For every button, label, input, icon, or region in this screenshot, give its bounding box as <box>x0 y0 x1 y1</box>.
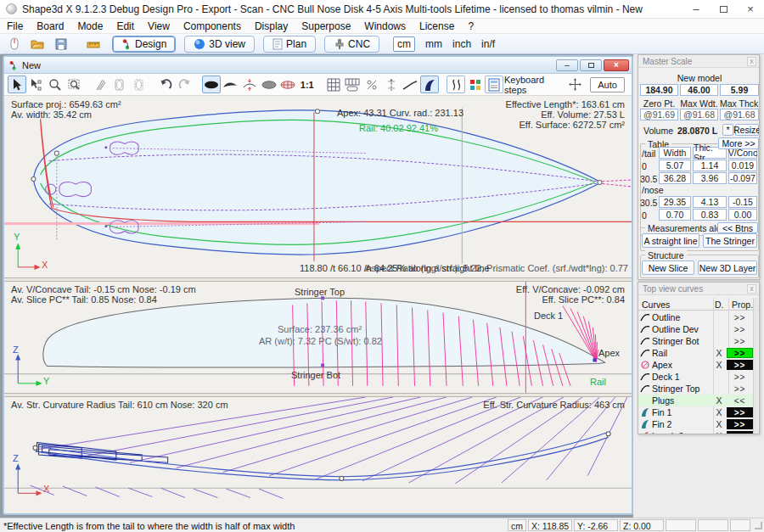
curvature-display-icon[interactable] <box>447 76 465 93</box>
curve-row-stringer-bot[interactable]: Stringer Bot>> <box>638 335 755 347</box>
prop-button[interactable]: << <box>727 395 753 406</box>
prop-button[interactable]: >> <box>727 312 753 322</box>
3d-view-mode-button[interactable]: 3D view <box>184 36 255 53</box>
new-slice-button[interactable]: New Slice <box>642 260 694 275</box>
menu-mode[interactable]: Mode <box>70 19 110 34</box>
doc-minimize-button[interactable]: – <box>556 59 578 71</box>
row3-vconc[interactable]: 0.00 <box>728 209 757 221</box>
zoom-icon[interactable] <box>46 76 65 93</box>
plan-mode-button[interactable]: Plan <box>263 36 316 53</box>
curve-row-leash[interactable]: Leash 3X>> <box>638 430 755 434</box>
curves-panel-header[interactable]: Top view curves x <box>638 283 759 295</box>
prop-button-open[interactable]: >> <box>727 431 753 434</box>
move-cross-icon[interactable] <box>565 76 584 93</box>
outline-view-icon[interactable] <box>202 76 221 93</box>
max-wdt-at[interactable]: @91.68 <box>680 109 718 120</box>
stringer-button[interactable]: The Stringer <box>703 233 757 248</box>
curve-row-stringer-top[interactable]: Stringer Top>> <box>638 383 755 395</box>
panel-close-icon[interactable]: x <box>747 57 756 66</box>
curve-row-rail[interactable]: RailX>> <box>638 347 755 359</box>
curves-scrollbar[interactable] <box>753 298 758 434</box>
unit-inf[interactable]: in/f <box>481 38 495 50</box>
menu-components[interactable]: Components <box>177 19 248 34</box>
row2-width[interactable]: 29.35 <box>659 196 691 208</box>
prop-button[interactable]: >> <box>727 384 753 394</box>
curve-row-fin1[interactable]: Fin 1X>> <box>638 406 755 418</box>
select-arrow-icon[interactable] <box>8 76 26 93</box>
wireframe-view-icon[interactable] <box>278 76 297 93</box>
resize-grip[interactable] <box>755 522 762 529</box>
more-button[interactable]: More >> <box>718 137 759 149</box>
curve-row-fin2[interactable]: Fin 2X>> <box>638 418 755 430</box>
row3-thic[interactable]: 0.83 <box>693 209 727 221</box>
fin-tool-icon[interactable] <box>420 76 439 93</box>
color-palette-icon[interactable] <box>466 76 485 93</box>
row0-thic[interactable]: 1.14 <box>693 160 727 171</box>
guide-panel-icon[interactable] <box>344 76 362 93</box>
row2-vconc[interactable]: -0.15 <box>728 196 757 208</box>
unit-mm[interactable]: mm <box>425 38 442 50</box>
percent-cut-icon[interactable] <box>362 76 381 93</box>
resize-button[interactable]: Resize <box>735 124 759 136</box>
doc-restore-button[interactable] <box>580 59 602 71</box>
shaded-view-icon[interactable] <box>260 76 278 93</box>
new-3d-layer-button[interactable]: New 3D Layer <box>698 260 757 275</box>
row2-thic[interactable]: 4.13 <box>693 196 727 208</box>
row1-width[interactable]: 36.28 <box>659 172 691 184</box>
center-axis-icon[interactable] <box>382 76 401 93</box>
prop-button-active[interactable]: >> <box>727 348 753 358</box>
straight-line-button[interactable]: A straight line <box>642 233 699 248</box>
unit-cm-selected[interactable]: cm <box>393 36 415 52</box>
menu-board[interactable]: Board <box>30 19 70 34</box>
grid-icon[interactable] <box>324 76 343 93</box>
curve-row-apex[interactable]: ApexX>> <box>638 359 755 371</box>
save-icon[interactable] <box>51 36 71 53</box>
menu-help[interactable]: ? <box>461 19 480 34</box>
row1-vconc[interactable]: -0.097 <box>728 172 757 184</box>
curve-row-outline-dev[interactable]: Outline Dev>> <box>638 323 755 335</box>
width-col-header[interactable]: Width <box>659 147 691 159</box>
freehand-pen-icon[interactable] <box>92 76 110 93</box>
curvature-view-canvas[interactable] <box>4 397 632 512</box>
menu-edit[interactable]: Edit <box>110 19 141 34</box>
width-value[interactable]: 46.00 <box>680 84 718 96</box>
btns-toggle-button[interactable]: << Btns <box>717 222 758 233</box>
window-close-button[interactable]: × <box>737 0 764 19</box>
star-button[interactable]: * <box>722 124 733 136</box>
prop-button-open[interactable]: >> <box>727 419 753 429</box>
row0-width[interactable]: 5.07 <box>659 160 691 171</box>
redo-icon[interactable] <box>176 76 194 93</box>
menu-superpose[interactable]: Superpose <box>295 19 357 34</box>
curve-row-plugs[interactable]: PlugsX<< <box>638 395 755 406</box>
prop-button[interactable]: >> <box>727 336 753 346</box>
profile-view-icon[interactable] <box>222 76 240 93</box>
row1-thic[interactable]: 3.96 <box>693 172 727 184</box>
menu-display[interactable]: Display <box>248 19 295 34</box>
prop-button[interactable]: >> <box>727 372 753 382</box>
paste-board-icon[interactable] <box>130 76 149 93</box>
auto-button[interactable]: Auto <box>590 77 625 92</box>
menu-windows[interactable]: Windows <box>357 19 413 34</box>
slice-view-icon[interactable] <box>240 76 259 93</box>
zoom-window-icon[interactable] <box>65 76 84 93</box>
doc-close-button[interactable]: × <box>604 59 629 71</box>
menu-file[interactable]: File <box>0 19 30 34</box>
prop-button-open[interactable]: >> <box>727 407 753 417</box>
unit-inch[interactable]: inch <box>452 38 471 50</box>
zero-pt-at[interactable]: @91.69 <box>640 109 678 120</box>
max-thck-at[interactable]: @91.68 <box>720 109 759 120</box>
panel-close-icon[interactable]: x <box>747 284 756 294</box>
rocker-curve-icon[interactable] <box>401 76 419 93</box>
window-maximize-button[interactable] <box>710 0 737 19</box>
undo-icon[interactable] <box>156 76 175 93</box>
design-mode-button[interactable]: Design <box>112 36 176 53</box>
select-points-icon[interactable] <box>27 76 46 93</box>
row3-width[interactable]: 0.70 <box>659 209 691 221</box>
prop-button-open[interactable]: >> <box>727 360 753 370</box>
menu-license[interactable]: License <box>413 19 461 34</box>
one-to-one-zoom[interactable]: 1:1 <box>298 76 317 93</box>
open-folder-icon[interactable] <box>27 36 48 53</box>
prop-button[interactable]: >> <box>727 324 753 334</box>
cursor-tool-icon[interactable] <box>3 36 24 53</box>
measure-tool-icon[interactable] <box>83 36 104 53</box>
